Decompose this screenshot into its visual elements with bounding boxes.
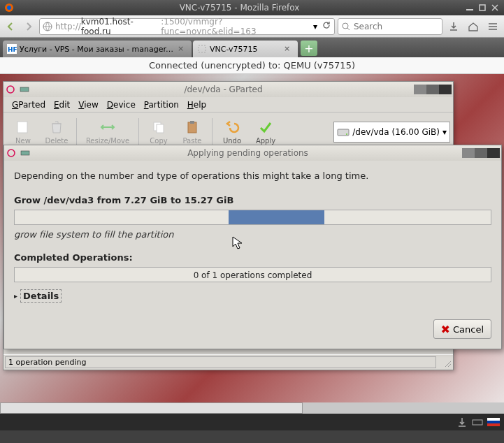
close-icon[interactable] xyxy=(490,3,500,13)
close-icon[interactable]: × xyxy=(284,44,294,54)
svg-point-5 xyxy=(343,23,348,29)
svg-rect-15 xyxy=(190,121,194,124)
downloads-icon[interactable] xyxy=(445,18,462,35)
svg-rect-14 xyxy=(188,122,196,133)
resize-grip-icon[interactable] xyxy=(442,358,452,368)
copy-button: Copy xyxy=(142,117,175,146)
dialog-body: Depending on the number and type of oper… xyxy=(4,161,501,312)
completed-progress: 0 of 1 operations completed xyxy=(14,267,491,282)
apply-icon xyxy=(257,119,274,136)
home-icon[interactable] xyxy=(465,18,482,35)
menu-edit[interactable]: Edit xyxy=(50,99,74,111)
tab-strip: HF Услуги - VPS - Мои заказы - manager.h… xyxy=(0,38,504,57)
undo-button[interactable]: Undo xyxy=(215,117,249,146)
globe-icon xyxy=(43,22,52,31)
cancel-button[interactable]: ✖ Cancel xyxy=(433,319,491,339)
firefox-toolbar: http://kvm01.host-food.ru:1500/vmmgr?fun… xyxy=(0,15,504,38)
minimize-icon[interactable] xyxy=(462,148,475,158)
minimize-icon[interactable] xyxy=(465,3,475,13)
new-icon xyxy=(15,119,31,136)
svg-point-17 xyxy=(346,133,347,135)
minimize-icon[interactable] xyxy=(414,85,426,94)
svg-rect-2 xyxy=(466,9,473,10)
details-expander[interactable]: ▸ Details xyxy=(14,289,491,303)
dropdown-icon[interactable]: ▾ xyxy=(313,22,317,31)
hamburger-icon[interactable] xyxy=(484,18,501,35)
svg-rect-10 xyxy=(20,87,29,92)
bottom-bar xyxy=(0,402,504,430)
download-arrow-icon[interactable] xyxy=(456,416,468,428)
back-button[interactable] xyxy=(3,19,18,34)
delete-button: Delete xyxy=(40,117,73,146)
gparted-app-icon xyxy=(20,147,31,159)
undo-icon xyxy=(224,119,240,136)
gparted-app-icon xyxy=(19,84,30,95)
status-text: 1 operation pending xyxy=(5,356,436,368)
dialog-footer: ✖ Cancel xyxy=(4,312,501,349)
dialog-intro: Depending on the number and type of oper… xyxy=(14,170,491,181)
trash-icon xyxy=(48,119,65,136)
search-bar[interactable] xyxy=(338,18,442,35)
progress-fill xyxy=(229,210,324,224)
gparted-statusbar: 1 operation pending xyxy=(3,354,453,370)
close-icon[interactable]: × xyxy=(178,44,187,54)
svg-rect-13 xyxy=(157,124,164,133)
dialog-title: Applying pending operations xyxy=(34,148,462,158)
disk-icon xyxy=(337,126,350,138)
svg-rect-20 xyxy=(473,420,482,425)
dialog-titlebar[interactable]: Applying pending operations xyxy=(4,145,501,161)
tool-label: Copy xyxy=(150,137,167,145)
svg-text:HF: HF xyxy=(8,46,17,53)
apply-button[interactable]: Apply xyxy=(249,117,282,146)
device-path: /dev/vda xyxy=(352,127,389,137)
new-tab-button[interactable]: + xyxy=(301,41,317,56)
forward-button[interactable] xyxy=(21,19,36,34)
tool-label: Resize/Move xyxy=(86,137,129,145)
maximize-icon[interactable] xyxy=(477,3,487,13)
new-button: New xyxy=(6,117,40,146)
device-selector[interactable]: /dev/vda (16.00 GiB) ▾ xyxy=(333,122,450,143)
gparted-title: /dev/vda - GParted xyxy=(33,85,414,94)
cancel-label: Cancel xyxy=(453,324,484,335)
svg-point-18 xyxy=(8,150,15,157)
tool-label: Apply xyxy=(256,137,275,145)
debian-icon xyxy=(6,147,17,159)
svg-point-9 xyxy=(7,86,14,93)
tab-1[interactable]: HF Услуги - VPS - Мои заказы - manager.h… xyxy=(3,41,192,57)
horizontal-scrollbar[interactable] xyxy=(0,402,504,414)
scrollbar-thumb[interactable] xyxy=(0,402,303,414)
system-tray xyxy=(0,414,504,430)
reload-icon[interactable] xyxy=(322,20,331,32)
gparted-menubar: GParted Edit View Device Partition Help xyxy=(3,97,453,112)
tool-label: New xyxy=(15,137,31,145)
keyboard-icon[interactable] xyxy=(472,416,483,428)
vnc-status-bar: Connected (unencrypted) to: QEMU (v75715… xyxy=(0,57,504,74)
cancel-icon: ✖ xyxy=(441,323,450,336)
firefox-window: http://kvm01.host-food.ru:1500/vmmgr?fun… xyxy=(0,15,504,430)
maximize-icon[interactable] xyxy=(475,148,487,158)
menu-help[interactable]: Help xyxy=(183,99,210,111)
menu-device[interactable]: Device xyxy=(103,99,140,111)
favicon-icon xyxy=(197,44,207,54)
menu-gparted[interactable]: GParted xyxy=(8,99,50,111)
window-title: VNC-v75715 - Mozilla Firefox xyxy=(15,3,463,13)
gparted-titlebar[interactable]: /dev/vda - GParted xyxy=(3,82,453,97)
operation-progress xyxy=(14,210,491,225)
search-input[interactable] xyxy=(354,22,439,31)
url-path: :1500/vmmgr?func=novnc&elid=163 xyxy=(161,17,313,36)
close-icon[interactable] xyxy=(439,85,452,94)
firefox-app-icon xyxy=(4,3,14,13)
menu-view[interactable]: View xyxy=(74,99,102,111)
url-bar[interactable]: http://kvm01.host-food.ru:1500/vmmgr?fun… xyxy=(39,18,335,35)
menu-partition[interactable]: Partition xyxy=(140,99,183,111)
language-flag-icon[interactable] xyxy=(487,418,500,426)
paste-button: Paste xyxy=(175,117,209,146)
debian-icon xyxy=(5,84,16,95)
maximize-icon[interactable] xyxy=(426,85,439,94)
resize-button: Resize/Move xyxy=(80,117,136,146)
device-size: (16.00 GiB) xyxy=(392,127,440,137)
svg-rect-8 xyxy=(199,45,206,52)
copy-icon xyxy=(150,119,167,136)
tab-2[interactable]: VNC-v75715 × xyxy=(193,41,298,57)
close-icon[interactable] xyxy=(487,148,500,158)
